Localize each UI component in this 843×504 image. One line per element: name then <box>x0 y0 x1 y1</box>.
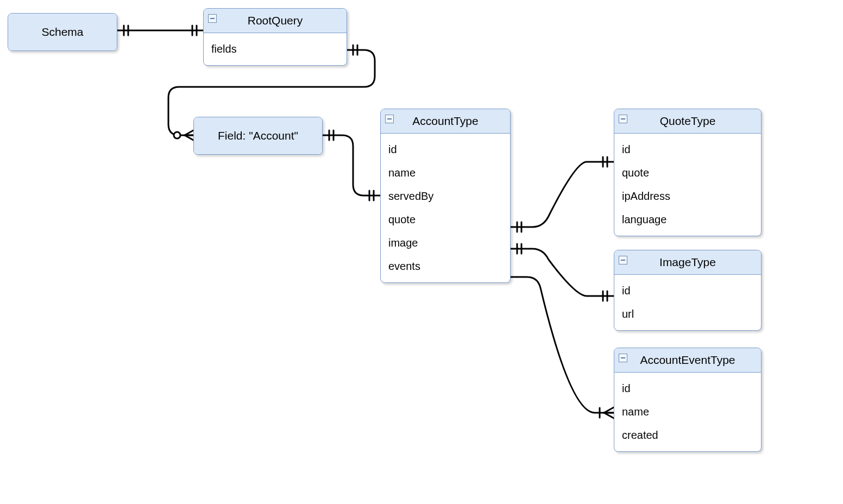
field-row: events <box>388 255 502 278</box>
field-label: id <box>622 382 631 394</box>
field-label: image <box>388 237 418 249</box>
field-row: id <box>622 138 753 161</box>
field-label: name <box>388 167 416 179</box>
entity-quotetype-title: QuoteType <box>660 115 716 127</box>
field-label: url <box>622 308 634 320</box>
entity-rootquery-title: RootQuery <box>248 14 303 27</box>
field-row: name <box>622 400 753 424</box>
entity-accounttype-body: id name servedBy quote image events <box>381 134 510 282</box>
field-label: id <box>388 143 397 155</box>
field-row: created <box>622 424 753 447</box>
entity-rootquery-header: RootQuery <box>204 9 347 33</box>
field-label: events <box>388 260 420 272</box>
field-row: image <box>388 231 502 255</box>
svg-point-6 <box>174 132 180 138</box>
entity-rootquery-body: fields <box>204 33 347 65</box>
field-row: servedBy <box>388 185 502 208</box>
entity-accounttype[interactable]: AccountType id name servedBy quote image… <box>380 109 511 283</box>
svg-line-9 <box>185 135 193 140</box>
entity-field-account[interactable]: Field: "Account" <box>193 117 323 155</box>
field-label: quote <box>388 213 416 225</box>
field-row: fields <box>211 37 339 61</box>
svg-line-7 <box>185 130 193 135</box>
entity-schema-title: Schema <box>41 26 83 39</box>
collapse-icon[interactable] <box>208 14 217 23</box>
entity-accounteventtype[interactable]: AccountEventType id name created <box>614 348 762 452</box>
edge-accounttype-imagetype <box>511 244 614 301</box>
collapse-icon[interactable] <box>385 115 394 123</box>
collapse-icon[interactable] <box>619 115 627 123</box>
entity-accounttype-header: AccountType <box>381 109 510 134</box>
edge-fieldaccount-accounttype <box>323 130 380 200</box>
field-label: created <box>622 429 658 441</box>
field-row: id <box>388 138 502 161</box>
entity-accounteventtype-header: AccountEventType <box>614 348 761 373</box>
diagram-canvas: { "entities": { "schema": { "title": "Sc… <box>0 0 843 504</box>
svg-line-22 <box>604 407 614 413</box>
field-row: ipAddress <box>622 185 753 208</box>
field-row: language <box>622 208 753 231</box>
entity-schema[interactable]: Schema <box>8 13 117 51</box>
field-label: quote <box>622 167 649 179</box>
edge-accounttype-accounteventtype <box>511 277 614 418</box>
field-row: quote <box>388 208 502 231</box>
entity-imagetype-header: ImageType <box>614 250 761 275</box>
entity-quotetype-body: id quote ipAddress language <box>614 134 761 236</box>
entity-accounttype-title: AccountType <box>412 115 478 127</box>
entity-imagetype[interactable]: ImageType id url <box>614 250 762 331</box>
field-label: fields <box>211 43 237 55</box>
entity-quotetype-header: QuoteType <box>614 109 761 134</box>
entity-field-account-header: Field: "Account" <box>194 117 322 154</box>
entity-imagetype-title: ImageType <box>659 256 716 268</box>
entity-rootquery[interactable]: RootQuery fields <box>203 8 347 66</box>
entity-accounteventtype-title: AccountEventType <box>640 354 735 366</box>
field-row: id <box>622 377 753 400</box>
field-row: url <box>622 303 753 326</box>
edge-accounttype-quotetype <box>511 157 614 232</box>
entity-schema-header: Schema <box>8 14 117 51</box>
field-label: servedBy <box>388 190 433 202</box>
collapse-icon[interactable] <box>619 354 627 362</box>
field-label: id <box>622 143 631 155</box>
svg-line-24 <box>604 413 614 418</box>
field-label: ipAddress <box>622 190 670 202</box>
entity-quotetype[interactable]: QuoteType id quote ipAddress language <box>614 109 762 236</box>
field-row: quote <box>622 161 753 185</box>
collapse-icon[interactable] <box>619 256 627 264</box>
entity-imagetype-body: id url <box>614 275 761 330</box>
edge-schema-rootquery <box>117 26 203 35</box>
field-label: name <box>622 406 649 418</box>
entity-field-account-title: Field: "Account" <box>218 129 298 142</box>
field-label: language <box>622 213 666 225</box>
field-row: id <box>622 279 753 303</box>
field-row: name <box>388 161 502 185</box>
field-label: id <box>622 285 631 297</box>
entity-accounteventtype-body: id name created <box>614 373 761 451</box>
